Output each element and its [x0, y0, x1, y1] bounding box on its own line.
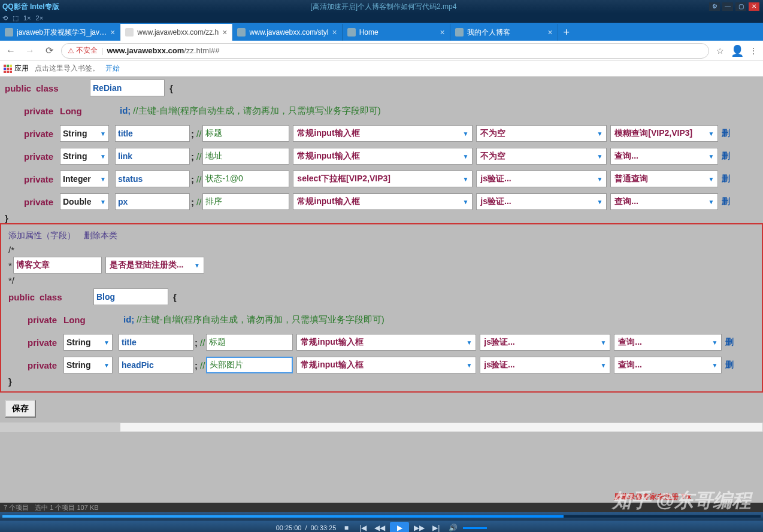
close-tab-icon[interactable]: × — [440, 28, 445, 37]
add-field-link[interactable]: 添加属性（字段） — [8, 230, 75, 240]
control-type-select[interactable]: 常规input输入框▼ — [293, 193, 473, 210]
login-type-select[interactable]: 是否是登陆注册类...▼ — [105, 257, 204, 273]
tab-4[interactable]: 我的个人博客× — [450, 24, 558, 41]
control-type-select[interactable]: 常规input输入框▼ — [293, 148, 473, 165]
delete-field-link[interactable]: 删 — [722, 151, 730, 162]
field-id: id;//主键-自增(程序自动生成，请勿再加，只需填写业务字段即可) — [123, 314, 384, 326]
item-count: 7 个项目 — [4, 503, 29, 512]
speed-2x[interactable]: 2× — [36, 14, 44, 22]
field-name-input[interactable]: px — [115, 193, 190, 210]
type-select[interactable]: Double▼ — [60, 193, 109, 210]
rewind-button[interactable]: ◀◀ — [373, 522, 386, 532]
control-type-select[interactable]: 常规input输入框▼ — [296, 334, 476, 351]
field-name-input[interactable]: title — [119, 334, 193, 351]
tab-1[interactable]: www.javawebxx.com/zz.h× — [120, 24, 232, 41]
apps-button[interactable]: 应用 — [4, 63, 29, 74]
type-select[interactable]: String▼ — [60, 125, 109, 142]
delete-field-link[interactable]: 删 — [725, 360, 734, 370]
query-select[interactable]: 查询...▼ — [614, 357, 722, 373]
control-type-select[interactable]: 常规input输入框▼ — [296, 357, 476, 373]
type-long: Long — [60, 106, 114, 116]
type-select[interactable]: Integer▼ — [60, 171, 109, 187]
field-comment-input[interactable]: 头部图片 — [206, 357, 293, 373]
back-button[interactable]: ← — [4, 44, 18, 58]
fullscreen-icon[interactable]: ⬚ — [13, 14, 19, 22]
class-desc-input[interactable]: 博客文章 — [13, 257, 102, 273]
stop-button[interactable]: ■ — [340, 522, 353, 532]
validation-select[interactable]: 不为空▼ — [476, 125, 607, 142]
field-comment-input[interactable]: 标题 — [202, 125, 289, 142]
delete-class-link[interactable]: 删除本类 — [84, 230, 117, 240]
settings-icon[interactable]: ⚙ — [709, 2, 720, 11]
start-link[interactable]: 开始 — [105, 63, 120, 74]
close-button[interactable]: ✕ — [749, 2, 759, 11]
forward-button[interactable]: ▶▶ — [413, 522, 426, 532]
field-name-input[interactable]: status — [115, 171, 190, 187]
query-select[interactable]: 模糊查询[VIP2,VIP3]▼ — [610, 125, 718, 142]
delete-field-link[interactable]: 删 — [722, 174, 730, 184]
class-name-input[interactable]: ReDian — [90, 80, 165, 96]
delete-field-link[interactable]: 删 — [722, 196, 730, 207]
star-icon[interactable]: ☆ — [714, 46, 726, 56]
forward-button[interactable]: → — [23, 44, 37, 58]
id-row: private Long id;//主键-自增(程序自动生成，请勿再加，只需填写… — [0, 99, 763, 122]
url-input[interactable]: ⚠ 不安全 | www.javawebxx.com/zz.html## — [61, 43, 709, 59]
refresh-icon[interactable]: ⟲ — [2, 14, 8, 22]
time-current: 00:25:00 — [276, 524, 302, 531]
query-select[interactable]: 查询...▼ — [614, 334, 722, 351]
query-select[interactable]: 普通查询▼ — [610, 171, 718, 187]
comment-slash: // — [200, 338, 205, 348]
validation-select[interactable]: 不为空▼ — [476, 148, 607, 165]
field-comment-input[interactable]: 排序 — [202, 193, 289, 210]
keyword-private: private — [0, 151, 60, 162]
volume-slider[interactable] — [463, 527, 487, 529]
semicolon: ; — [191, 174, 194, 184]
speed-1x[interactable]: 1× — [23, 14, 31, 22]
close-tab-icon[interactable]: × — [222, 28, 227, 37]
profile-icon[interactable]: 👤 — [731, 44, 743, 57]
delete-field-link[interactable]: 删 — [722, 128, 730, 139]
tab-3[interactable]: Home× — [343, 24, 450, 41]
validation-select[interactable]: js验证...▼ — [476, 193, 607, 210]
semicolon: ; — [195, 360, 198, 370]
tab-0[interactable]: javaweb开发视频学习_jav…× — [0, 24, 120, 41]
validation-select[interactable]: js验证...▼ — [480, 357, 610, 373]
field-name-input[interactable]: title — [115, 125, 190, 142]
play-button[interactable]: ▶ — [390, 522, 409, 532]
close-tab-icon[interactable]: × — [548, 28, 553, 37]
close-brace: } — [0, 213, 763, 223]
volume-icon[interactable]: 🔊 — [446, 522, 459, 532]
minimize-button[interactable]: — — [722, 2, 733, 11]
validation-select[interactable]: js验证...▼ — [476, 171, 607, 187]
menu-icon[interactable]: ⋮ — [747, 46, 759, 56]
type-select[interactable]: String▼ — [63, 334, 113, 351]
tab-2[interactable]: www.javawebxx.com/styl× — [232, 24, 342, 41]
class-name-input[interactable]: Blog — [93, 288, 168, 305]
comment-close: */ — [4, 275, 759, 285]
type-select[interactable]: String▼ — [63, 357, 113, 373]
next-button[interactable]: ▶| — [429, 522, 443, 532]
maximize-button[interactable]: ▢ — [735, 2, 746, 11]
query-select[interactable]: 查询...▼ — [610, 148, 718, 165]
field-name-input[interactable]: headPic — [119, 357, 193, 373]
prev-button[interactable]: |◀ — [356, 522, 370, 532]
field-comment-input[interactable]: 状态-1@0 — [202, 171, 289, 187]
new-tab-button[interactable]: + — [558, 24, 575, 41]
keyword-private: private — [0, 197, 60, 207]
field-row: private String▼ link ; // 地址 常规input输入框▼… — [0, 145, 763, 168]
field-comment-input[interactable]: 地址 — [202, 148, 289, 165]
progress-bar[interactable] — [0, 512, 763, 521]
save-button[interactable]: 保存 — [5, 400, 36, 418]
field-name-input[interactable]: link — [115, 148, 190, 165]
type-select[interactable]: String▼ — [60, 148, 109, 165]
control-type-select[interactable]: select下拉框[VIP2,VIP3]▼ — [293, 171, 473, 187]
field-comment-input[interactable]: 标题 — [206, 334, 293, 351]
close-tab-icon[interactable]: × — [110, 28, 115, 37]
control-type-select[interactable]: 常规input输入框▼ — [293, 125, 473, 142]
delete-field-link[interactable]: 删 — [725, 337, 734, 348]
query-select[interactable]: 查询...▼ — [610, 193, 718, 210]
validation-select[interactable]: js验证...▼ — [480, 334, 610, 351]
horizontal-scrollbar[interactable] — [0, 422, 763, 432]
reload-button[interactable]: ⟳ — [42, 44, 56, 58]
close-tab-icon[interactable]: × — [332, 28, 337, 37]
